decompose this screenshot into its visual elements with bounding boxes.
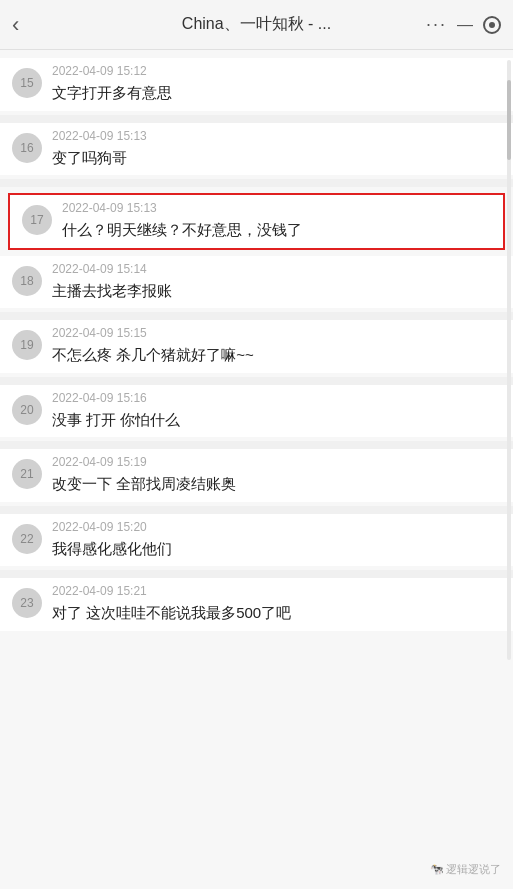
comment-text: 我得感化感化他们 — [52, 538, 501, 561]
comment-text: 变了吗狗哥 — [52, 147, 501, 170]
comment-time: 2022-04-09 15:21 — [52, 584, 501, 598]
watermark: 🐄 逻辑逻说了 — [430, 862, 501, 877]
row-number-badge: 18 — [12, 266, 42, 296]
comment-content: 2022-04-09 15:15不怎么疼 杀几个猪就好了嘛~~ — [52, 326, 501, 367]
nav-left: ‹ — [12, 14, 19, 36]
row-number-badge: 15 — [12, 68, 42, 98]
comment-time: 2022-04-09 15:20 — [52, 520, 501, 534]
scrollbar-track[interactable] — [507, 60, 511, 660]
comment-row: 202022-04-09 15:16没事 打开 你怕什么 — [0, 385, 513, 438]
comment-row: 232022-04-09 15:21对了 这次哇哇不能说我最多500了吧 — [0, 578, 513, 631]
minimize-button[interactable]: — — [457, 16, 473, 34]
nav-title: China、一叶知秋 - ... — [182, 14, 331, 35]
comment-content: 2022-04-09 15:19改变一下 全部找周凌结账奥 — [52, 455, 501, 496]
comment-row: 152022-04-09 15:12文字打开多有意思 — [0, 58, 513, 111]
comment-text: 没事 打开 你怕什么 — [52, 409, 501, 432]
comment-content: 2022-04-09 15:13变了吗狗哥 — [52, 129, 501, 170]
comment-time: 2022-04-09 15:12 — [52, 64, 501, 78]
comment-text: 文字打开多有意思 — [52, 82, 501, 105]
row-number-badge: 23 — [12, 588, 42, 618]
row-number-badge: 16 — [12, 133, 42, 163]
comment-time: 2022-04-09 15:15 — [52, 326, 501, 340]
comment-text: 对了 这次哇哇不能说我最多500了吧 — [52, 602, 501, 625]
target-icon[interactable] — [483, 16, 501, 34]
comment-row: 162022-04-09 15:13变了吗狗哥 — [0, 123, 513, 176]
comment-row: 222022-04-09 15:20我得感化感化他们 — [0, 514, 513, 567]
nav-bar: ‹ China、一叶知秋 - ... ··· — — [0, 0, 513, 50]
row-separator — [0, 570, 513, 578]
comment-time: 2022-04-09 15:13 — [52, 129, 501, 143]
comment-row: 172022-04-09 15:13什么？明天继续？不好意思，没钱了 — [8, 193, 505, 250]
comment-content: 2022-04-09 15:20我得感化感化他们 — [52, 520, 501, 561]
comment-text: 不怎么疼 杀几个猪就好了嘛~~ — [52, 344, 501, 367]
comment-time: 2022-04-09 15:14 — [52, 262, 501, 276]
nav-right: ··· — — [426, 14, 501, 35]
comment-row: 182022-04-09 15:14主播去找老李报账 — [0, 256, 513, 309]
scrollbar-thumb[interactable] — [507, 80, 511, 160]
comment-row: 192022-04-09 15:15不怎么疼 杀几个猪就好了嘛~~ — [0, 320, 513, 373]
comment-content: 2022-04-09 15:12文字打开多有意思 — [52, 64, 501, 105]
row-separator — [0, 441, 513, 449]
comment-text: 改变一下 全部找周凌结账奥 — [52, 473, 501, 496]
row-separator — [0, 312, 513, 320]
comment-content: 2022-04-09 15:21对了 这次哇哇不能说我最多500了吧 — [52, 584, 501, 625]
row-separator — [0, 115, 513, 123]
row-separator — [0, 179, 513, 187]
comment-time: 2022-04-09 15:16 — [52, 391, 501, 405]
comment-text: 什么？明天继续？不好意思，没钱了 — [62, 219, 491, 242]
row-separator — [0, 506, 513, 514]
comment-time: 2022-04-09 15:19 — [52, 455, 501, 469]
comment-content: 2022-04-09 15:13什么？明天继续？不好意思，没钱了 — [62, 201, 491, 242]
row-number-badge: 17 — [22, 205, 52, 235]
row-number-badge: 19 — [12, 330, 42, 360]
watermark-text: 逻辑逻说了 — [446, 862, 501, 877]
comment-text: 主播去找老李报账 — [52, 280, 501, 303]
comment-content: 2022-04-09 15:16没事 打开 你怕什么 — [52, 391, 501, 432]
comment-content: 2022-04-09 15:14主播去找老李报账 — [52, 262, 501, 303]
content-area: 152022-04-09 15:12文字打开多有意思162022-04-09 1… — [0, 50, 513, 889]
comment-time: 2022-04-09 15:13 — [62, 201, 491, 215]
row-separator — [0, 377, 513, 385]
watermark-icon: 🐄 — [430, 863, 444, 876]
more-options-button[interactable]: ··· — [426, 14, 447, 35]
row-number-badge: 20 — [12, 395, 42, 425]
row-number-badge: 21 — [12, 459, 42, 489]
back-button[interactable]: ‹ — [12, 14, 19, 36]
row-number-badge: 22 — [12, 524, 42, 554]
comment-row: 212022-04-09 15:19改变一下 全部找周凌结账奥 — [0, 449, 513, 502]
